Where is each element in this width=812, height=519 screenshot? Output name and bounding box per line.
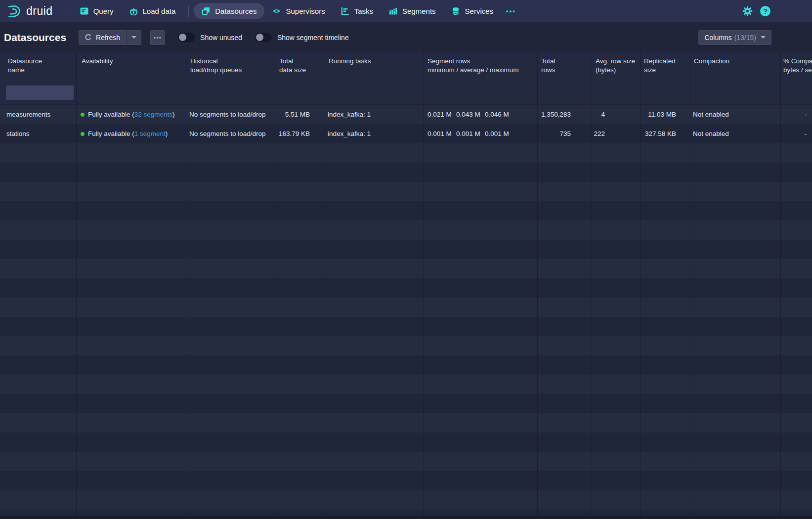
cell-total_data_size	[273, 336, 325, 355]
tab-services[interactable]: Services	[444, 3, 502, 19]
cell-total_rows	[538, 298, 592, 317]
cell-availability	[77, 201, 185, 220]
cell-segment_rows: 0.001 M0.001 M0.001 M	[424, 124, 538, 143]
cell-pct_compacted	[781, 259, 812, 278]
cell-total_rows	[538, 201, 592, 220]
column-header-compaction[interactable]: Compaction	[690, 52, 781, 81]
cell-segment_rows	[424, 413, 538, 432]
cell-compaction: Not enabled	[690, 105, 781, 124]
cell-running_tasks	[325, 143, 424, 163]
segment-rows-maximum: 0.001 M	[485, 130, 513, 137]
cell-compaction	[690, 182, 781, 201]
segments-link[interactable]: 1 segment	[134, 130, 166, 137]
refresh-icon	[85, 34, 92, 41]
column-header-total_rows[interactable]: Totalrows	[538, 52, 592, 81]
cell-segment_rows	[424, 452, 538, 471]
cell-running_tasks	[325, 240, 424, 259]
cell-avg_row_size	[592, 355, 641, 375]
cell-pct_compacted	[781, 471, 812, 490]
columns-button[interactable]: Columns (13/15)	[698, 30, 771, 45]
cell-segment_rows	[424, 375, 538, 394]
cell-replicated_size	[641, 432, 690, 452]
header-line2: data size	[279, 66, 325, 75]
columns-count: (13/15)	[734, 34, 756, 42]
column-header-pct_compacted[interactable]: % Compactedbytes / segments	[781, 52, 812, 81]
cell-replicated_size	[641, 490, 690, 510]
column-header-replicated_size[interactable]: Replicatedsize	[641, 52, 690, 81]
cell-replicated_size	[641, 220, 690, 240]
filter-cell	[538, 81, 592, 104]
header-line2: minimum / average / maximum	[427, 66, 537, 75]
cell-pct_compacted	[781, 452, 812, 471]
cell-load_drop_queues	[185, 355, 273, 375]
cell-running_tasks	[325, 394, 424, 413]
druid-logo[interactable]: druid	[7, 4, 53, 19]
column-header-load_drop_queues[interactable]: Historicalload/drop queues	[185, 52, 273, 81]
segments-link[interactable]: 32 segments	[134, 111, 172, 118]
chevron-down-icon	[761, 36, 766, 39]
show-segment-timeline-toggle[interactable]	[255, 33, 272, 42]
cell-availability	[77, 375, 185, 394]
nav-more-menu[interactable]: •••	[501, 3, 521, 19]
cell-total_rows	[538, 163, 592, 182]
cell-load_drop_queues	[185, 394, 273, 413]
cell-name	[0, 182, 77, 201]
cell-compaction	[690, 240, 781, 259]
cell-replicated_size	[641, 452, 690, 471]
help-icon[interactable]: ?	[760, 6, 770, 16]
status-dot-green	[81, 132, 85, 136]
refresh-menu-button[interactable]	[127, 30, 141, 45]
table-header-row: DatasourcenameAvailabilityHistoricalload…	[0, 52, 812, 81]
refresh-button[interactable]: Refresh	[79, 30, 126, 45]
show-unused-toggle[interactable]	[178, 33, 195, 42]
datasource-name-filter-input[interactable]	[6, 85, 74, 100]
cell-running_tasks	[325, 259, 424, 278]
cell-load_drop_queues	[185, 201, 273, 220]
header-line1: Total	[279, 57, 325, 66]
cell-name	[0, 490, 77, 510]
cell-load_drop_queues: No segments to load/drop	[185, 105, 273, 124]
table-filter-row	[0, 81, 812, 105]
column-header-avg_row_size[interactable]: Avg. row size(bytes)	[592, 52, 641, 81]
cell-total_rows	[538, 394, 592, 413]
cell-segment_rows	[424, 278, 538, 298]
page-title: Datasources	[4, 32, 66, 43]
tab-supervisors[interactable]: Supervisors	[264, 3, 333, 19]
column-header-total_data_size[interactable]: Totaldata size	[273, 52, 325, 81]
cell-compaction	[690, 163, 781, 182]
tab-segments[interactable]: Segments	[381, 3, 444, 19]
tab-tasks[interactable]: Tasks	[333, 3, 381, 19]
cell-segment_rows	[424, 182, 538, 201]
cell-compaction	[690, 259, 781, 278]
header-line1: Replicated	[644, 57, 690, 66]
filter-cell	[781, 81, 812, 104]
cell-name	[0, 201, 77, 220]
cell-pct_compacted: -	[781, 105, 812, 124]
show-unused-label: Show unused	[200, 34, 242, 42]
column-header-name[interactable]: Datasourcename	[0, 52, 77, 81]
cell-total_rows: 1,350,283	[538, 105, 592, 124]
tab-datasources[interactable]: Datasources	[194, 3, 264, 19]
cell-total_rows	[538, 452, 592, 471]
cell-running_tasks: index_kafka: 1	[325, 124, 424, 143]
header-line1: % Compacted	[783, 57, 812, 66]
cell-load_drop_queues	[185, 490, 273, 510]
datasources-table: DatasourcenameAvailabilityHistoricalload…	[0, 52, 812, 519]
gear-icon[interactable]	[742, 6, 753, 16]
column-header-segment_rows[interactable]: Segment rowsminimum / average / maximum	[424, 52, 538, 81]
cell-replicated_size	[641, 317, 690, 336]
status-dot-green	[81, 113, 85, 117]
column-header-running_tasks[interactable]: Running tasks	[325, 52, 424, 81]
cell-replicated_size	[641, 336, 690, 355]
table-row-empty	[0, 259, 812, 278]
tab-load-data[interactable]: Load data	[122, 3, 184, 19]
column-header-availability[interactable]: Availability	[77, 52, 185, 81]
more-actions-button[interactable]: •••	[150, 30, 165, 45]
tab-query[interactable]: Query	[72, 3, 122, 19]
cell-total_rows	[538, 336, 592, 355]
cell-total_data_size	[273, 163, 325, 182]
cell-pct_compacted	[781, 182, 812, 201]
cell-name	[0, 452, 77, 471]
horizontal-scrollbar[interactable]	[0, 516, 812, 519]
cell-segment_rows	[424, 432, 538, 452]
